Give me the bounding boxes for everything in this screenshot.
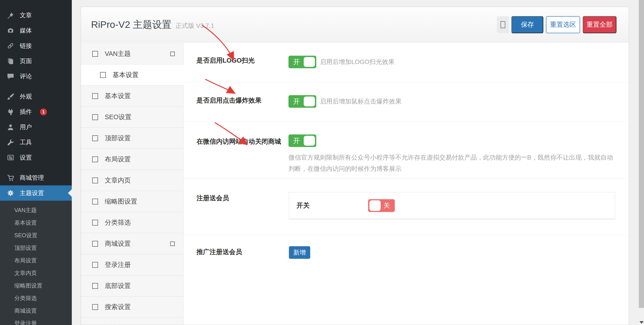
switch-label: 开关 bbox=[296, 201, 310, 210]
submenu-item-van-theme[interactable]: VAN主题 bbox=[0, 204, 72, 216]
toggle-knob bbox=[304, 57, 315, 67]
expand-placeholder-icon bbox=[170, 241, 175, 246]
sidebar-item-label: 外观 bbox=[20, 93, 32, 101]
setting-label: 是否启用LOGO扫光 bbox=[196, 56, 254, 65]
nav-item-thumbnail[interactable]: 缩略图设置 bbox=[81, 191, 184, 212]
sidebar-item-label: 评论 bbox=[20, 72, 32, 80]
add-button[interactable]: 新增 bbox=[289, 246, 310, 259]
placeholder-icon bbox=[92, 241, 98, 247]
sidebar-item-plugins[interactable]: 插件 1 bbox=[0, 104, 72, 119]
toggle-click-explosion-on[interactable]: 开 bbox=[288, 95, 316, 108]
sidebar-item-links[interactable]: 链接 bbox=[0, 38, 72, 54]
submenu-item-login-register[interactable]: 登录注册 bbox=[0, 317, 72, 325]
link-icon bbox=[7, 42, 14, 50]
sidebar-item-tools[interactable]: 工具 bbox=[0, 135, 72, 150]
toggle-logo-shine-on[interactable]: 开 bbox=[288, 56, 316, 68]
reset-all-button[interactable]: 重置全部 bbox=[583, 16, 616, 33]
sidebar-item-users[interactable]: 用户 bbox=[0, 119, 72, 135]
menu-separator bbox=[0, 165, 72, 170]
submenu-item-basic[interactable]: 基本设置 bbox=[0, 216, 72, 229]
sidebar-item-posts[interactable]: 文章 bbox=[0, 8, 72, 23]
version-label: 正式版 V3.7.1 bbox=[176, 22, 214, 30]
submenu-item-thumbnail[interactable]: 缩略图设置 bbox=[0, 279, 72, 292]
settings-nav: VAN主题 基本设置 基本设置 SEO设置 顶部设置 布局设置 文章内页 bbox=[81, 43, 184, 325]
nav-item-basic[interactable]: 基本设置 bbox=[81, 86, 184, 107]
sidebar-item-pages[interactable]: 页面 bbox=[0, 54, 72, 69]
wp-admin-sidebar: 文章 媒体 链接 页面 评论 bbox=[0, 0, 72, 325]
nav-item-label: 文章内页 bbox=[105, 176, 131, 185]
sidebar-item-label: 主题设置 bbox=[20, 189, 44, 197]
sidebar-item-theme-settings[interactable]: 主题设置 bbox=[0, 185, 72, 201]
toggle-register-vip-off[interactable]: 关 bbox=[368, 199, 395, 212]
placeholder-icon bbox=[92, 220, 98, 226]
sidebar-item-label: 设置 bbox=[20, 154, 32, 162]
reset-selection-button[interactable]: 重置选区 bbox=[546, 16, 580, 33]
collapse-icon-button[interactable] bbox=[497, 16, 509, 33]
setting-row-click-explosion: 是否启用点击爆炸效果 开 启用后增加鼠标点击爆炸效果 bbox=[184, 82, 629, 121]
nav-item-label: 广告设置 bbox=[105, 324, 131, 325]
appearance-icon bbox=[7, 93, 14, 100]
menu-separator bbox=[0, 84, 72, 89]
nav-item-basic-active[interactable]: 基本设置 bbox=[81, 64, 184, 86]
sidebar-item-appearance[interactable]: 外观 bbox=[0, 89, 72, 104]
browser-scrollbar bbox=[639, 0, 644, 325]
sidebar-item-comments[interactable]: 评论 bbox=[0, 69, 72, 84]
submenu-item-shop[interactable]: 商城设置 bbox=[0, 304, 72, 317]
nav-item-ads[interactable]: 广告设置 bbox=[81, 317, 184, 325]
pushpin-icon bbox=[7, 12, 14, 19]
sidebar-item-label: 工具 bbox=[20, 138, 32, 146]
nav-item-label: 基本设置 bbox=[112, 71, 138, 80]
tools-icon bbox=[7, 139, 14, 146]
placeholder-icon bbox=[92, 114, 98, 120]
nav-item-label: SEO设置 bbox=[105, 113, 132, 122]
wp-admin-menu: 文章 媒体 链接 页面 评论 bbox=[0, 0, 72, 325]
expand-placeholder-icon bbox=[170, 52, 175, 56]
submenu-item-seo[interactable]: SEO设置 bbox=[0, 229, 72, 241]
submenu-item-post-page[interactable]: 文章内页 bbox=[0, 267, 72, 279]
sidebar-item-shop-manage[interactable]: 商城管理 bbox=[0, 170, 72, 185]
toggle-state-label: 关 bbox=[384, 201, 390, 210]
submenu-item-top[interactable]: 顶部设置 bbox=[0, 241, 72, 254]
theme-settings-card: RiPro-V2 主题设置 正式版 V3.7.1 保存 重置选区 重置全部 VA… bbox=[81, 7, 629, 325]
media-icon bbox=[7, 27, 14, 34]
setting-label: 注册送会员 bbox=[196, 194, 229, 203]
scrollbar-thumb[interactable] bbox=[639, 0, 644, 308]
sidebar-item-label: 插件 bbox=[20, 108, 32, 116]
submenu-item-category-filter[interactable]: 分类筛选 bbox=[0, 292, 72, 304]
nav-item-label: VAN主题 bbox=[105, 49, 130, 58]
nav-item-login-register[interactable]: 登录注册 bbox=[81, 254, 184, 275]
toggle-state-label: 开 bbox=[293, 58, 300, 67]
scrollbar-down-arrow-icon[interactable] bbox=[640, 321, 644, 324]
nav-item-bottom[interactable]: 底部设置 bbox=[81, 275, 184, 296]
nav-item-label: 分类筛选 bbox=[105, 218, 131, 227]
toggle-state-label: 开 bbox=[293, 136, 300, 145]
placeholder-icon bbox=[500, 21, 506, 28]
nav-item-label: 登录注册 bbox=[105, 260, 131, 269]
plugin-icon bbox=[7, 108, 14, 116]
register-vip-panel: 开关 关 bbox=[289, 192, 615, 219]
sidebar-item-media[interactable]: 媒体 bbox=[0, 23, 72, 38]
sidebar-item-settings[interactable]: 设置 bbox=[0, 150, 72, 165]
nav-item-van-theme[interactable]: VAN主题 bbox=[81, 43, 184, 64]
users-icon bbox=[7, 123, 14, 131]
theme-settings-submenu: VAN主题 基本设置 SEO设置 顶部设置 布局设置 文章内页 缩略图设置 分类… bbox=[0, 201, 72, 325]
nav-item-shop[interactable]: 商城设置 bbox=[81, 233, 184, 254]
nav-item-top[interactable]: 顶部设置 bbox=[81, 128, 184, 149]
setting-label: 是否启用点击爆炸效果 bbox=[196, 96, 262, 105]
nav-item-post-page[interactable]: 文章内页 bbox=[81, 170, 184, 191]
cart-icon bbox=[7, 174, 14, 182]
nav-item-category-filter[interactable]: 分类筛选 bbox=[81, 212, 184, 233]
save-button[interactable]: 保存 bbox=[512, 16, 543, 33]
nav-item-seo[interactable]: SEO设置 bbox=[81, 107, 184, 128]
nav-item-label: 商城设置 bbox=[105, 239, 131, 248]
setting-label: 推广注册送会员 bbox=[196, 248, 242, 256]
submenu-item-layout[interactable]: 布局设置 bbox=[0, 254, 72, 267]
placeholder-icon bbox=[92, 262, 98, 268]
gear-icon bbox=[7, 189, 14, 197]
nav-item-layout[interactable]: 布局设置 bbox=[81, 149, 184, 170]
setting-label: 在微信内访网站自动关闭商城 bbox=[196, 137, 281, 146]
toggle-wechat-close-on[interactable]: 开 bbox=[288, 134, 316, 147]
setting-row-wechat-close-shop: 在微信内访网站自动关闭商城 开 微信官方规则限制所有公众号小程序等不允许存在虚拟… bbox=[184, 121, 629, 179]
nav-item-search[interactable]: 搜索设置 bbox=[81, 296, 184, 317]
setting-row-logo-shine: 是否启用LOGO扫光 开 启用后增加LOGO扫光效果 bbox=[184, 43, 629, 82]
